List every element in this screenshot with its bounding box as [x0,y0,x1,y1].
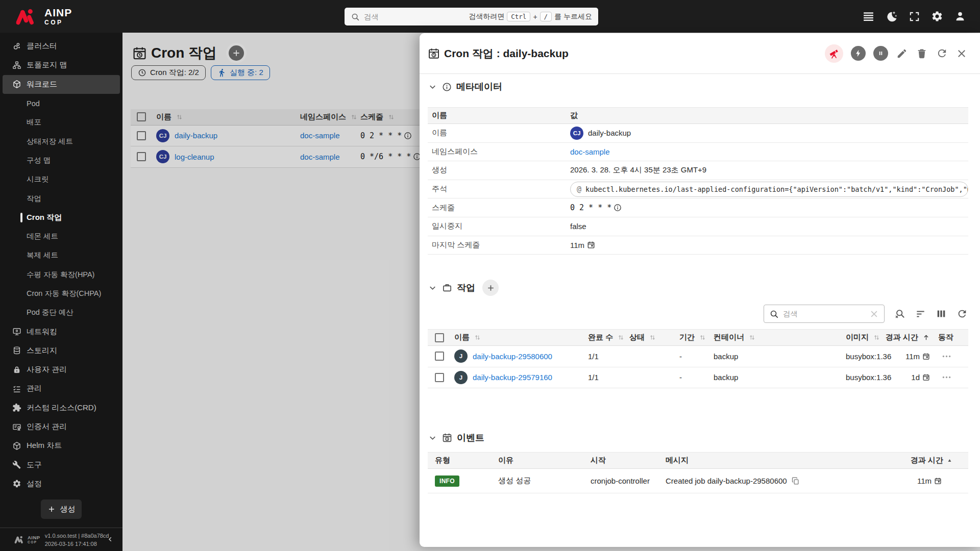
sidebar-item-hpa[interactable]: 수평 자동 확장(HPA) [3,265,120,284]
edit-button[interactable] [896,47,908,60]
kbd-slash: / [540,12,552,21]
sidebar-item-settings[interactable]: 설정 [3,474,120,493]
sidebar-item-deployment[interactable]: 배포 [3,113,120,132]
row-checkbox[interactable] [435,352,444,361]
sort-icon[interactable] [699,334,706,341]
job-link[interactable]: daily-backup-29579160 [473,373,552,382]
kbd-ctrl: Ctrl [507,12,530,21]
select-all-jobs-checkbox[interactable] [435,333,444,342]
sidebar-item-crd[interactable]: 커스텀 리소스(CRD) [3,398,120,417]
create-button[interactable]: 생성 [41,499,82,519]
dark-mode-icon[interactable] [885,10,898,23]
columns-icon[interactable] [935,308,947,320]
collapse-metadata-icon[interactable] [428,82,437,92]
sort-icon[interactable] [748,334,756,341]
fullscreen-icon[interactable] [908,10,921,23]
search-icon [351,12,360,21]
job-link[interactable]: daily-backup-29580600 [473,352,552,361]
refresh-button[interactable] [936,47,948,60]
checklist-icon [12,384,21,393]
sidebar-item-chpa[interactable]: Cron 자동 확장(CHPA) [3,284,120,303]
sort-icon[interactable] [873,334,880,341]
collapse-events-icon[interactable] [428,433,437,443]
brand-sub: COP [44,19,72,26]
search-off-icon[interactable] [893,308,905,320]
global-search[interactable]: 검색하려면 Ctrl + / 를 누르세요 [345,8,598,26]
calendar-icon[interactable] [587,241,595,249]
global-search-input[interactable] [364,13,469,21]
suspend-button[interactable] [873,46,888,61]
sidebar-item-statefulset[interactable]: 상태저장 세트 [3,132,120,151]
app-logo[interactable]: AINP COP [14,6,72,27]
sidebar-item-helm[interactable]: Helm 차트 [3,436,120,455]
filter-icon[interactable] [914,308,926,320]
collapse-jobs-icon[interactable] [428,283,437,293]
calendar-icon[interactable] [922,373,930,381]
trash-icon [916,48,927,59]
sort-asc-icon[interactable] [922,334,930,341]
events-table: 유형 이유 시작 메시지 경과 시간 INFO 생성 성공 cronjob-co… [428,452,968,493]
sidebar-item-pod[interactable]: Pod [3,94,120,113]
workload-icon [12,80,21,89]
add-job-button[interactable] [482,280,499,296]
cluster-icon [12,42,21,51]
close-drawer-button[interactable] [955,47,968,60]
telescope-icon [828,48,840,59]
sort-icon[interactable] [474,334,481,341]
bolt-icon [854,49,863,58]
sidebar-item-daemonset[interactable]: 데몬 세트 [3,227,120,246]
job-row[interactable]: Jdaily-backup-29579160 1/1 - backup busy… [428,367,968,388]
settings-icon[interactable] [930,10,944,23]
sidebar-item-workload[interactable]: 워크로드 [3,75,120,94]
info-icon[interactable] [614,204,622,212]
row-menu-icon[interactable] [940,371,952,384]
delete-button[interactable] [916,47,928,60]
jobs-search-input[interactable] [783,310,865,318]
cronjob-avatar: CJ [570,127,583,140]
sidebar-item-pdb[interactable]: Pod 중단 예산 [3,303,120,322]
sidebar-item-cronjob[interactable]: Cron 작업 [3,208,120,227]
sidebar-item-job[interactable]: 작업 [3,189,120,208]
menu-icon[interactable] [862,10,875,23]
sidebar-item-storage[interactable]: 스토리지 [3,341,120,360]
sidebar-item-tools[interactable]: 도구 [3,456,120,474]
refresh-jobs-icon[interactable] [956,308,968,320]
sort-icon[interactable] [649,334,656,341]
sidebar-item-replicaset[interactable]: 복제 세트 [3,246,120,265]
job-row[interactable]: Jdaily-backup-29580600 1/1 - backup busy… [428,346,968,367]
sidebar-item-secret[interactable]: 시크릿 [3,170,120,189]
sidebar-item-networking[interactable]: 네트워킹 [3,322,120,341]
storage-icon [12,346,21,355]
network-icon [12,327,21,336]
job-avatar: J [454,349,468,363]
clear-search-icon[interactable] [869,309,879,319]
calendar-icon[interactable] [922,353,930,360]
namespace-link[interactable]: doc-sample [570,147,610,156]
trigger-button[interactable] [825,44,843,63]
sidebar-item-cert[interactable]: 인증서 관리 [3,417,120,436]
pause-icon [877,49,885,57]
sidebar-item-users[interactable]: 사용자 관리 [3,360,120,379]
metadata-table: 이름 값 이름 CJdaily-backup 네임스페이스 doc-sample… [428,107,968,255]
annotation-pill[interactable]: @ kubectl.kubernetes.io/last-applied-con… [570,182,968,197]
sidebar-item-topology[interactable]: 토폴로지 맵 [3,56,120,74]
calendar-icon[interactable] [934,477,942,485]
account-icon[interactable] [953,10,967,23]
run-now-button[interactable] [851,46,866,61]
copy-icon[interactable] [791,477,800,485]
cronjob-icon [428,47,440,60]
metadata-section-header: 메타데이터 [428,81,968,93]
sidebar-footer: AINP COP v1.0.soo.test | #8a0a78cd 2026-… [0,528,122,551]
sort-icon[interactable] [617,334,625,341]
row-menu-icon[interactable] [940,350,952,362]
info-icon [442,82,452,92]
sidebar-item-cluster[interactable]: 클러스터 [3,37,120,56]
sidebar-item-manage[interactable]: 관리 [3,379,120,398]
jobs-search[interactable] [764,305,885,323]
meta-row-created: 생성 2026. 3. 28. 오후 4시 35분 23초 GMT+9 [428,161,968,180]
sidebar-item-configmap[interactable]: 구성 맵 [3,151,120,170]
sort-asc-icon[interactable] [946,457,953,464]
row-checkbox[interactable] [435,373,444,382]
plus-icon [486,284,495,292]
collapse-sidebar-icon[interactable] [107,536,114,543]
